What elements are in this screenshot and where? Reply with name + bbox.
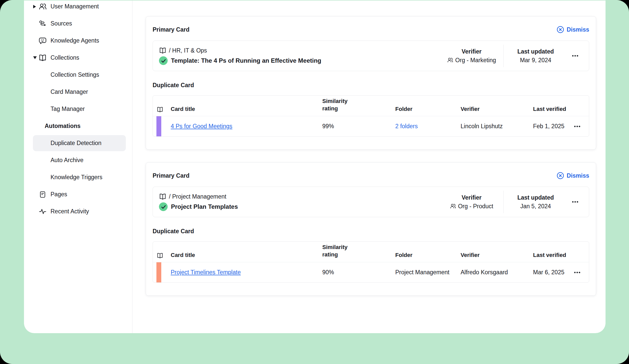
last-verified-value: Feb 1, 2025	[533, 123, 571, 130]
table-row: Project Timelines Template 90% Project M…	[153, 262, 589, 282]
col-header-similarity: Similarity rating	[322, 243, 395, 262]
sidebar-item-tag-manager[interactable]: Tag Manager	[24, 100, 132, 118]
primary-card-label: Primary Card	[153, 172, 189, 179]
pages-icon	[39, 190, 47, 199]
sidebar-item-pages[interactable]: Pages	[24, 186, 132, 203]
last-verified-value: Mar 6, 2025	[533, 269, 571, 276]
table-header-row: Card title Similarity rating Folder Veri…	[153, 242, 589, 262]
last-updated-column: Last updated Jan 5, 2024	[504, 194, 568, 210]
sources-icon	[39, 20, 47, 28]
app-window: User Management Sources Knowledge Agents…	[24, 1, 606, 333]
card-title-link[interactable]: Project Timelines Template	[171, 269, 322, 276]
sidebar-item-duplicate-detection[interactable]: Duplicate Detection	[24, 135, 132, 152]
sidebar-item-label: Recent Activity	[51, 208, 89, 215]
last-updated-value: Mar 9, 2024	[504, 57, 568, 64]
card-title-link[interactable]: 4 Ps for Good Meetings	[171, 123, 322, 130]
col-header-folder: Folder	[395, 106, 461, 116]
org-people-icon	[450, 203, 456, 209]
sidebar-item-card-manager[interactable]: Card Manager	[24, 83, 132, 100]
sidebar-item-collection-settings[interactable]: Collection Settings	[24, 66, 132, 83]
folder-link[interactable]: 2 folders	[395, 123, 461, 130]
sidebar-item-label: Knowledge Agents	[51, 37, 99, 44]
dismiss-button[interactable]: Dismiss	[557, 172, 589, 179]
more-menu-icon[interactable]	[569, 197, 581, 207]
primary-card-title: Template: The 4 Ps of Running an Effecti…	[171, 57, 321, 64]
sidebar-item-label: Sources	[51, 20, 72, 27]
duplicate-detection-card: Primary Card Dismiss / Project Managemen…	[146, 162, 596, 296]
book-icon	[39, 54, 47, 62]
sidebar-item-recent-activity[interactable]: Recent Activity	[24, 203, 132, 220]
folder-value: Project Management	[395, 269, 461, 276]
dismiss-button[interactable]: Dismiss	[557, 26, 589, 33]
sidebar-section-label: Automations	[45, 123, 81, 129]
verifier-value: Lincoln Lipshutz	[461, 123, 533, 130]
book-icon	[159, 193, 166, 200]
primary-card-panel: / HR, IT & Ops Template: The 4 Ps of Run…	[153, 41, 589, 71]
sidebar-item-label: Duplicate Detection	[51, 140, 101, 147]
similarity-color-bar	[156, 262, 161, 282]
more-menu-icon[interactable]	[571, 267, 583, 278]
app-canvas: User Management Sources Knowledge Agents…	[0, 0, 629, 364]
duplicate-detection-card: Primary Card Dismiss / HR, IT & Ops	[146, 16, 596, 150]
more-menu-icon[interactable]	[571, 121, 583, 132]
org-people-icon	[447, 57, 453, 63]
dismiss-icon	[557, 26, 564, 33]
more-menu-icon[interactable]	[569, 51, 581, 61]
knowledge-agent-icon	[39, 37, 47, 45]
sidebar-item-knowledge-triggers[interactable]: Knowledge Triggers	[24, 169, 132, 186]
verifier-value: Org - Marketing	[455, 57, 496, 64]
sidebar-item-label: User Management	[51, 3, 99, 10]
last-updated-header: Last updated	[504, 194, 568, 201]
col-header-folder: Folder	[395, 252, 461, 262]
breadcrumb: / HR, IT & Ops	[169, 47, 207, 54]
last-updated-column: Last updated Mar 9, 2024	[504, 48, 568, 64]
similarity-value: 90%	[322, 269, 395, 276]
sidebar: User Management Sources Knowledge Agents…	[24, 1, 132, 333]
last-updated-header: Last updated	[504, 48, 568, 55]
primary-card-panel: / Project Management Project Plan Templa…	[153, 187, 589, 217]
verifier-value: Alfredo Korsgaard	[461, 269, 533, 276]
sidebar-item-label: Pages	[51, 191, 67, 198]
sidebar-item-label: Collections	[51, 54, 79, 61]
table-header-row: Card title Similarity rating Folder Veri…	[153, 96, 589, 116]
sidebar-item-user-management[interactable]: User Management	[24, 1, 132, 15]
similarity-value: 99%	[322, 123, 395, 130]
verifier-column: Verifier Org - Product	[440, 194, 503, 210]
col-header-similarity: Similarity rating	[322, 97, 395, 116]
users-icon	[39, 3, 47, 11]
dismiss-icon	[557, 172, 564, 179]
last-updated-value: Jan 5, 2024	[504, 203, 568, 210]
dismiss-label: Dismiss	[567, 172, 589, 179]
dismiss-label: Dismiss	[567, 26, 589, 33]
sidebar-item-label: Knowledge Triggers	[51, 174, 102, 181]
book-icon	[153, 106, 171, 116]
sidebar-item-label: Collection Settings	[51, 71, 99, 78]
duplicate-table: Card title Similarity rating Folder Veri…	[153, 241, 589, 283]
duplicate-card-label: Duplicate Card	[153, 228, 589, 235]
sidebar-item-collections[interactable]: Collections	[24, 49, 132, 66]
sidebar-item-auto-archive[interactable]: Auto Archive	[24, 152, 132, 169]
sidebar-item-sources[interactable]: Sources	[24, 15, 132, 32]
sidebar-section-automations: Automations	[24, 118, 132, 135]
verifier-header: Verifier	[440, 194, 503, 201]
sidebar-item-label: Tag Manager	[51, 106, 85, 112]
col-header-card-title: Card title	[171, 252, 322, 262]
verified-check-icon	[159, 56, 168, 65]
sidebar-item-label: Card Manager	[51, 88, 88, 95]
caret-right-icon[interactable]	[33, 5, 36, 8]
activity-icon	[39, 207, 47, 216]
primary-card-label: Primary Card	[153, 26, 189, 33]
primary-card-title: Project Plan Templates	[171, 203, 238, 210]
verifier-header: Verifier	[440, 48, 503, 55]
book-icon	[159, 47, 166, 54]
breadcrumb: / Project Management	[169, 193, 226, 200]
table-row: 4 Ps for Good Meetings 99% 2 folders Lin…	[153, 116, 589, 136]
verified-check-icon	[159, 202, 168, 211]
col-header-verifier: Verifier	[461, 252, 533, 262]
col-header-last-verified: Last verified	[533, 252, 571, 262]
col-header-verifier: Verifier	[461, 106, 533, 116]
book-icon	[153, 252, 171, 262]
caret-down-icon[interactable]	[33, 56, 37, 59]
sidebar-item-knowledge-agents[interactable]: Knowledge Agents	[24, 32, 132, 49]
sidebar-item-label: Auto Archive	[51, 157, 83, 164]
